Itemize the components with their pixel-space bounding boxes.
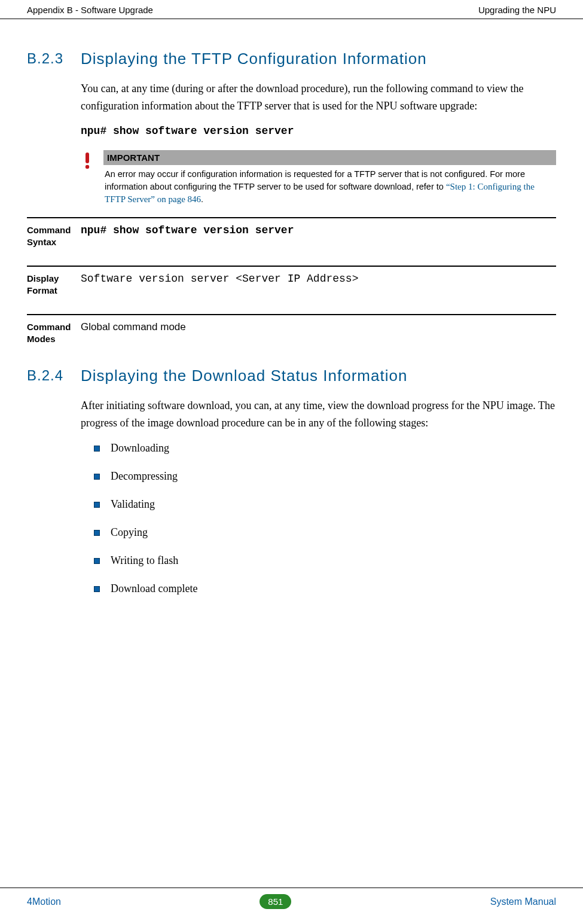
- important-text: An error may occur if configuration info…: [103, 169, 556, 205]
- important-label: IMPORTANT: [103, 150, 556, 165]
- list-item-label: Downloading: [111, 442, 169, 455]
- bullet-icon: [94, 446, 100, 452]
- list-item: Download complete: [94, 583, 556, 595]
- command-example: npu# show software version server: [81, 125, 556, 137]
- svg-point-1: [86, 165, 89, 169]
- list-item: Downloading: [94, 442, 556, 455]
- important-body: IMPORTANT An error may occur if configur…: [103, 150, 556, 205]
- page-footer: 4Motion 851 System Manual: [0, 888, 583, 909]
- list-item-label: Decompressing: [111, 470, 178, 483]
- def-label-syntax: Command Syntax: [27, 224, 81, 248]
- page-content: B.2.3 Displaying the TFTP Configuration …: [0, 19, 583, 595]
- section-b23-paragraph: You can, at any time (during or after th…: [81, 80, 556, 115]
- list-item-label: Writing to flash: [111, 554, 178, 567]
- def-value-format: Software version server <Server IP Addre…: [81, 273, 358, 296]
- list-item: Writing to flash: [94, 554, 556, 567]
- section-b24-paragraph: After initiating software download, you …: [81, 397, 556, 432]
- section-b24-heading: B.2.4 Displaying the Download Status Inf…: [27, 366, 556, 386]
- page-header: Appendix B - Software Upgrade Upgrading …: [0, 0, 583, 19]
- list-item-label: Validating: [111, 498, 155, 511]
- def-label-modes: Command Modes: [27, 321, 81, 344]
- important-suffix: .: [201, 194, 203, 204]
- page-number-badge: 851: [260, 894, 291, 909]
- important-icon: [81, 150, 96, 205]
- bullet-icon: [94, 586, 100, 592]
- list-item: Decompressing: [94, 470, 556, 483]
- bullet-icon: [94, 502, 100, 508]
- section-title: Displaying the TFTP Configuration Inform…: [81, 49, 427, 69]
- important-note: IMPORTANT An error may occur if configur…: [81, 150, 556, 205]
- bullet-icon: [94, 558, 100, 564]
- footer-left: 4Motion: [27, 896, 61, 907]
- header-right: Upgrading the NPU: [478, 5, 556, 15]
- def-row-modes: Command Modes Global command mode: [27, 314, 556, 362]
- def-label-format: Display Format: [27, 273, 81, 296]
- footer-right: System Manual: [490, 896, 556, 907]
- def-value-modes: Global command mode: [81, 321, 186, 344]
- def-value-syntax: npu# show software version server: [81, 224, 294, 248]
- section-b23-heading: B.2.3 Displaying the TFTP Configuration …: [27, 49, 556, 69]
- list-item: Validating: [94, 498, 556, 511]
- command-definitions: Command Syntax npu# show software versio…: [27, 217, 556, 362]
- list-item: Copying: [94, 526, 556, 539]
- bullet-icon: [94, 530, 100, 536]
- section-number: B.2.3: [27, 49, 81, 69]
- list-item-label: Download complete: [111, 583, 197, 595]
- def-row-format: Display Format Software version server <…: [27, 266, 556, 314]
- header-left: Appendix B - Software Upgrade: [27, 5, 153, 15]
- section-title: Displaying the Download Status Informati…: [81, 366, 407, 386]
- svg-rect-0: [86, 153, 89, 163]
- stages-list: Downloading Decompressing Validating Cop…: [94, 442, 556, 595]
- section-number: B.2.4: [27, 366, 81, 386]
- def-row-syntax: Command Syntax npu# show software versio…: [27, 217, 556, 266]
- bullet-icon: [94, 474, 100, 480]
- list-item-label: Copying: [111, 526, 148, 539]
